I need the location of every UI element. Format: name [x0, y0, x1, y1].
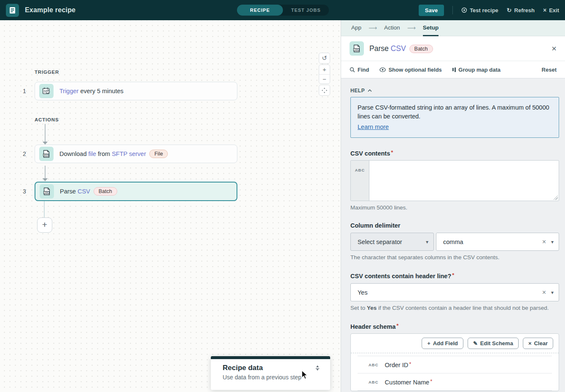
app-logo[interactable] [6, 4, 19, 17]
zoom-out-button[interactable]: − [319, 74, 330, 84]
help-toggle[interactable]: HELP [350, 88, 559, 94]
csv-contents-hint: Maximum 50000 lines. [350, 204, 559, 211]
popup-subtitle: Use data from a previous step [223, 374, 323, 381]
required-asterisk: * [391, 149, 393, 156]
csv-parse-icon: CSV [40, 184, 54, 199]
reset-view-button[interactable]: ↺ [319, 53, 330, 64]
test-recipe-button[interactable]: Test recipe [461, 7, 498, 13]
separator-select[interactable]: Select separator ▾ [350, 233, 434, 251]
popup-top-strip [211, 356, 330, 359]
schema-row-order-id[interactable]: ABC Order ID* [358, 356, 552, 373]
group-map-data-button[interactable]: Group map data [452, 67, 500, 73]
step-number-2: 2 [20, 150, 29, 157]
step-parse-label: Parse CSVBatch [60, 187, 117, 196]
field-type-abc: ABC [369, 380, 379, 384]
save-button[interactable]: Save [419, 5, 444, 16]
required-asterisk: * [409, 361, 411, 367]
recipe-data-popup: Recipe data Use data from a previous ste… [211, 356, 330, 390]
setup-breadcrumb: App ⟶ Action ⟶ Setup [341, 20, 565, 36]
eye-icon [379, 67, 386, 72]
top-bar: Example recipe RECIPE TEST JOBS Save Tes… [0, 0, 565, 20]
chevron-down-icon: ▾ [551, 239, 554, 245]
flow-arrow [43, 124, 48, 145]
group-bars-icon [452, 67, 456, 72]
recipe-doc-icon [9, 7, 16, 14]
expand-collapse-handle[interactable] [314, 365, 321, 373]
column-delimiter-field: Column delimiter Select separator ▾ comm… [350, 222, 559, 260]
svg-text:CSV: CSV [45, 191, 48, 193]
learn-more-link[interactable]: Learn more [358, 123, 389, 132]
field-type-abc: ABC [351, 161, 369, 201]
svg-text:CSV: CSV [355, 48, 358, 51]
step-download-label: Download file from SFTP serverFile [59, 150, 168, 158]
connector-line [44, 201, 45, 217]
zoom-controls: + − [319, 64, 330, 84]
breadcrumb-action[interactable]: Action [384, 20, 400, 36]
clear-icon[interactable]: × [542, 289, 546, 296]
show-optional-fields-button[interactable]: Show optional fields [379, 67, 441, 73]
sftp-file-icon: SFTP [39, 147, 54, 161]
exit-label: Exit [549, 7, 559, 13]
tab-test-jobs[interactable]: TEST JOBS [283, 5, 329, 16]
reset-button[interactable]: Reset [542, 67, 557, 73]
resize-handle[interactable] [554, 196, 558, 200]
help-box: Parse CSV-formatted string into an array… [350, 97, 559, 138]
flow-arrow [43, 166, 48, 181]
header-line-select[interactable]: Yes × ▾ [350, 283, 559, 301]
pencil-icon: ✎ [473, 340, 478, 346]
show-optional-fields-label: Show optional fields [388, 67, 441, 73]
test-recipe-icon [461, 7, 467, 13]
exit-button[interactable]: × Exit [543, 7, 559, 13]
search-icon [350, 67, 355, 72]
field-type-abc: ABC [369, 362, 379, 367]
divider [452, 6, 453, 14]
clear-schema-button[interactable]: × Clear [523, 338, 553, 349]
arrow-right-icon: ⟶ [369, 20, 377, 35]
header-line-hint: Set to Yes if the CSV contents contain a… [350, 305, 559, 311]
file-badge: File [149, 150, 168, 158]
delimiter-value-select[interactable]: comma × ▾ [436, 233, 559, 251]
refresh-button[interactable]: ↻ Refresh [507, 7, 535, 13]
panel-title: Parse CSVBatch [369, 44, 433, 53]
breadcrumb-setup[interactable]: Setup [423, 20, 439, 36]
scheduler-trigger-icon [39, 84, 54, 98]
close-panel-button[interactable]: × [552, 44, 557, 53]
chevron-up-icon [368, 89, 372, 92]
breadcrumb-app[interactable]: App [351, 20, 361, 36]
tab-recipe[interactable]: RECIPE [237, 5, 283, 16]
step-download-sftp[interactable]: SFTP Download file from SFTP serverFile [35, 145, 237, 163]
header-schema-field: Header schema* + Add Field ✎ Edit Schema… [350, 322, 559, 391]
add-field-button[interactable]: + Add Field [422, 338, 463, 349]
header-line-label: CSV contents contain header line?* [350, 272, 559, 279]
add-step-button[interactable]: + [37, 217, 52, 233]
fit-view-icon [321, 87, 328, 94]
close-icon: × [528, 340, 532, 346]
find-label: Find [358, 67, 369, 73]
required-asterisk: * [396, 322, 398, 329]
csv-contents-field: CSV contents* ABC Maximum 50000 lines. [350, 149, 559, 211]
step-trigger[interactable]: Trigger every 5 minutes [35, 82, 237, 100]
step-trigger-label: Trigger every 5 minutes [59, 88, 124, 94]
step-number-1: 1 [20, 88, 29, 94]
trigger-section-label: TRIGGER [35, 70, 59, 75]
test-recipe-label: Test recipe [470, 7, 498, 13]
recipe-testjobs-toggle: RECIPE TEST JOBS [237, 5, 329, 16]
refresh-label: Refresh [514, 7, 535, 13]
actions-section-label: ACTIONS [35, 117, 59, 122]
csv-contents-input[interactable]: ABC [350, 160, 559, 201]
step-parse-csv[interactable]: CSV Parse CSVBatch [35, 182, 237, 201]
clear-icon[interactable]: × [542, 238, 546, 246]
fit-view-button[interactable] [319, 85, 330, 96]
recipe-canvas[interactable]: TRIGGER 1 Trigger every 5 minutes ACTION… [0, 20, 341, 392]
csv-parse-icon: CSV [350, 41, 364, 56]
csv-contents-label: CSV contents* [350, 149, 559, 157]
batch-badge: Batch [94, 187, 117, 196]
edit-schema-button[interactable]: ✎ Edit Schema [468, 338, 519, 349]
group-map-data-label: Group map data [458, 67, 500, 73]
find-button[interactable]: Find [350, 67, 369, 73]
zoom-in-button[interactable]: + [319, 65, 330, 74]
schema-row-customer-name[interactable]: ABC Customer Name* [358, 373, 552, 391]
popup-title: Recipe data [223, 364, 323, 372]
page-title: Example recipe [25, 6, 75, 14]
required-asterisk: * [452, 272, 454, 278]
